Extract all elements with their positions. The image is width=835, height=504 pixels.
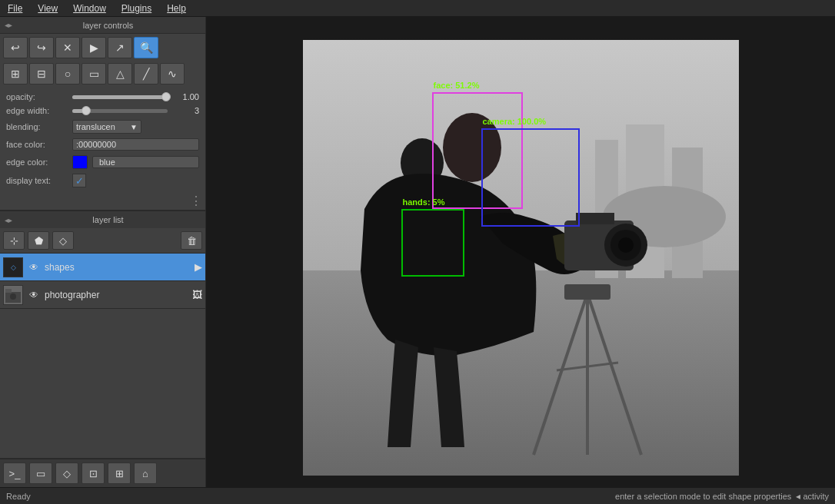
left-panel: ◂▸ layer controls ↩ ↪ ✕ ▶ ↗ 🔍 ⊞ ⊟ ○ ▭ △ … (0, 17, 206, 487)
edge-width-value: 3 (172, 106, 199, 115)
bottom-btn-package[interactable]: ⊡ (82, 463, 105, 484)
opacity-row: opacity: 1.00 (6, 92, 199, 101)
main-area: ◂▸ layer controls ↩ ↪ ✕ ▶ ↗ 🔍 ⊞ ⊟ ○ ▭ △ … (0, 17, 835, 487)
svg-point-2 (10, 293, 16, 300)
edge-width-row: edge width: 3 (6, 106, 199, 115)
tool-path[interactable]: ∿ (160, 63, 185, 85)
header-icon-left: ◂▸ (5, 21, 12, 29)
layer-controls-header: ◂▸ layer controls (0, 17, 205, 34)
bottom-btn-grid[interactable]: ⊞ (108, 463, 131, 484)
tool-play[interactable]: ▶ (82, 37, 106, 58)
photographer-visibility[interactable]: 👁 (26, 287, 42, 303)
tool-triangle[interactable]: △ (108, 63, 132, 85)
bottom-btn-home[interactable]: ⌂ (134, 463, 157, 484)
tool-arrow[interactable]: ↗ (108, 37, 132, 58)
tool-select-all[interactable]: ⊞ (3, 63, 28, 85)
bbox-hands-label: hands: 5% (403, 197, 445, 207)
blending-row: blending: translucen ▼ (6, 120, 199, 134)
layer-tool-select[interactable]: ⊹ (3, 231, 25, 250)
dots-menu[interactable]: ⋮ (0, 192, 205, 210)
face-color-label: face color: (6, 140, 68, 149)
tool-close[interactable]: ✕ (55, 37, 80, 58)
status-right: enter a selection mode to edit shape pro… (615, 491, 829, 502)
edge-color-value: blue (92, 156, 199, 168)
tool-search[interactable]: 🔍 (134, 37, 158, 58)
tool-buttons-row1: ↩ ↪ ✕ ▶ ↗ 🔍 (0, 34, 205, 61)
opacity-label: opacity: (6, 92, 68, 101)
status-message: enter a selection mode to edit shape pro… (615, 492, 791, 501)
status-bar: Ready enter a selection mode to edit sha… (0, 487, 835, 504)
layer-item-shapes[interactable]: ◇ 👁 shapes ▶ (0, 254, 205, 281)
canvas-image-container: face: 51.2% camera: 100.0% hands: 5% (303, 40, 739, 476)
tool-line[interactable]: ╱ (134, 63, 158, 85)
menu-plugins[interactable]: Plugins (117, 2, 156, 15)
thumb-photo-img (4, 286, 22, 304)
layer-item-photographer[interactable]: 👁 photographer 🖼 (0, 281, 205, 309)
layer-list-section: ◂▸ layer list ⊹ ⬟ ◇ 🗑 ◇ 👁 shapes ▶ (0, 210, 205, 458)
tool-forward[interactable]: ↪ (29, 37, 54, 58)
blending-dropdown[interactable]: translucen ▼ (72, 120, 141, 134)
blending-value: translucen (76, 122, 115, 131)
layer-tools: ⊹ ⬟ ◇ 🗑 (0, 228, 205, 254)
canvas-area[interactable]: face: 51.2% camera: 100.0% hands: 5% (206, 17, 835, 487)
layer-tool-delete[interactable]: 🗑 (181, 231, 202, 250)
shapes-visibility[interactable]: 👁 (26, 260, 42, 275)
photographer-layer-name: photographer (45, 290, 189, 300)
photographer-thumbnail (3, 285, 23, 305)
display-text-label: display text: (6, 176, 68, 185)
bbox-camera: camera: 100.0% (481, 128, 580, 227)
opacity-slider[interactable] (72, 95, 168, 99)
layer-controls-title: layer controls (15, 21, 201, 30)
layer-tool-shape[interactable]: ◇ (52, 231, 74, 250)
tool-select-none[interactable]: ⊟ (29, 63, 54, 85)
layer-list-items: ◇ 👁 shapes ▶ (0, 254, 205, 458)
layer-tool-polygon[interactable]: ⬟ (28, 231, 49, 250)
edge-width-slider[interactable] (72, 109, 168, 113)
edge-color-row: edge color: blue (6, 155, 199, 169)
photographer-layer-type-icon: 🖼 (192, 289, 202, 300)
tool-back[interactable]: ↩ (3, 37, 28, 58)
bbox-hands: hands: 5% (401, 209, 464, 277)
properties-panel: opacity: 1.00 edge width: 3 blending: (0, 88, 205, 192)
canvas-image: face: 51.2% camera: 100.0% hands: 5% (303, 40, 739, 476)
layer-list-header: ◂▸ layer list (0, 211, 205, 228)
activity-label: activity (803, 492, 829, 501)
blending-arrow: ▼ (130, 123, 138, 131)
bbox-face-label: face: 51.2% (434, 81, 480, 90)
svg-rect-21 (564, 284, 610, 300)
status-ready: Ready (6, 492, 31, 501)
checkbox-check-icon: ✓ (75, 175, 84, 187)
edge-width-label: edge width: (6, 106, 68, 115)
shapes-layer-icon: ▶ (195, 261, 202, 273)
face-color-input[interactable]: :00000000 (72, 138, 199, 151)
face-color-row: face color: :00000000 (6, 138, 199, 151)
svg-rect-13 (576, 213, 614, 224)
blending-label: blending: (6, 122, 68, 131)
layer-list-title: layer list (15, 215, 201, 224)
shapes-thumbnail: ◇ (3, 257, 23, 277)
bottom-btn-rect[interactable]: ▭ (29, 463, 52, 484)
bottom-btn-diamond[interactable]: ◇ (55, 463, 78, 484)
menu-file[interactable]: File (3, 2, 27, 15)
shapes-thumb-icon: ◇ (11, 264, 16, 271)
tool-ellipse[interactable]: ○ (55, 63, 80, 85)
activity-button[interactable]: ◂ activity (796, 491, 829, 502)
opacity-knob[interactable] (161, 92, 171, 101)
svg-rect-3 (5, 289, 12, 293)
edge-color-swatch[interactable] (72, 155, 88, 169)
menubar: File View Window Plugins Help (0, 0, 835, 17)
svg-point-16 (618, 237, 634, 253)
bbox-camera-label: camera: 100.0% (483, 117, 547, 126)
edge-width-knob[interactable] (82, 106, 91, 115)
edge-color-label: edge color: (6, 158, 68, 167)
bottom-btn-terminal[interactable]: >_ (3, 463, 26, 484)
tool-rect[interactable]: ▭ (82, 63, 106, 85)
bottom-toolbar: >_ ▭ ◇ ⊡ ⊞ ⌂ (0, 458, 205, 487)
display-text-checkbox[interactable]: ✓ (72, 174, 86, 187)
tool-buttons-row2: ⊞ ⊟ ○ ▭ △ ╱ ∿ (0, 61, 205, 88)
menu-window[interactable]: Window (68, 2, 111, 15)
layer-list-header-icon: ◂▸ (5, 216, 12, 224)
menu-help[interactable]: Help (162, 2, 191, 15)
opacity-value: 1.00 (172, 92, 199, 101)
menu-view[interactable]: View (33, 2, 62, 15)
